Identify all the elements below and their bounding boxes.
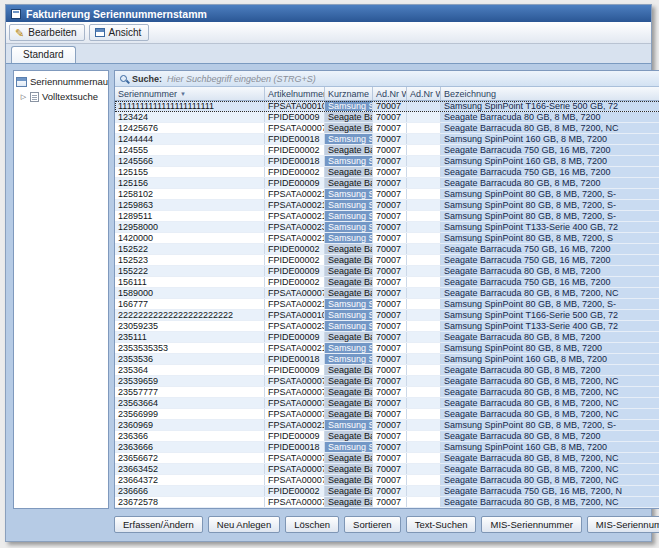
cell-kurzname[interactable]: Seagate Ba [325,365,373,375]
cell-seriennummer[interactable]: 12425676 [115,123,265,133]
cell-kurzname[interactable]: Seagate Ba [325,288,373,298]
cell-bezeichnung[interactable]: Samsung SpinPoint T133-Serie 400 GB, 72 [441,222,659,232]
column-header-kurzname[interactable]: Kurzname [325,87,373,101]
cell-adnr-wa[interactable] [407,134,441,144]
cell-bezeichnung[interactable]: Samsung SpinPoint 160 GB, 8 MB, 7200 [441,354,659,364]
cell-adnr-we[interactable]: 70007 [373,101,407,111]
cell-adnr-wa[interactable] [407,332,441,342]
cell-artikelnummer[interactable]: FPSATA00007 [265,398,325,408]
table-row[interactable]: 1245566FPIDE00018Samsung Sp70007Samsung … [115,156,659,167]
table-row[interactable]: 236666FPIDE00002Seagate Ba70007Seagate B… [115,486,659,497]
cell-artikelnummer[interactable]: FPSATA00007 [265,453,325,463]
cell-seriennummer[interactable]: 2360969 [115,420,265,430]
cell-bezeichnung[interactable]: Seagate Barracuda 80 GB, 8 MB, 7200, NC [441,376,659,386]
table-row[interactable]: 1244444FPIDE00018Samsung Sp70007Samsung … [115,134,659,145]
cell-bezeichnung[interactable]: Samsung SpinPoint 80 GB, 8 MB, 7200, S- [441,299,659,309]
cell-artikelnummer[interactable]: FPSATA00010 [265,310,325,320]
cell-adnr-wa[interactable] [407,464,441,474]
cell-bezeichnung[interactable]: Seagate Barracuda 80 GB, 8 MB, 7200 [441,365,659,375]
cell-adnr-wa[interactable] [407,453,441,463]
ansicht-button[interactable]: Ansicht [89,24,150,41]
cell-adnr-wa[interactable] [407,244,441,254]
cell-kurzname[interactable]: Samsung Sp [325,211,373,221]
table-row[interactable]: 23656672FPSATA00007Seagate Ba70007Seagat… [115,453,659,464]
cell-bezeichnung[interactable]: Samsung SpinPoint 80 GB, 8 MB, 7200, S- [441,211,659,221]
cell-adnr-we[interactable]: 70007 [373,442,407,452]
cell-adnr-wa[interactable] [407,431,441,441]
cell-adnr-we[interactable]: 70007 [373,222,407,232]
cell-kurzname[interactable]: Seagate Ba [325,464,373,474]
tab-standard[interactable]: Standard [11,46,76,63]
table-row[interactable]: 152522FPIDE00002Seagate Ba70007Seagate B… [115,244,659,255]
cell-bezeichnung[interactable]: Seagate Barracuda 750 GB, 16 MB, 7200 [441,167,659,177]
cell-bezeichnung[interactable]: Seagate Barracuda 750 GB, 16 MB, 7200 [441,244,659,254]
cell-bezeichnung[interactable]: Samsung SpinPoint 80 GB, 8 MB, 7200, S- [441,200,659,210]
cell-bezeichnung[interactable]: Seagate Barracuda 80 GB, 8 MB, 7200, NC [441,497,659,507]
table-row[interactable]: 166777FPSATA00021Samsung Sp70007Samsung … [115,299,659,310]
table-row[interactable]: 23663452FPSATA00007Seagate Ba70007Seagat… [115,464,659,475]
cell-bezeichnung[interactable]: Samsung SpinPoint 160 GB, 8 MB, 7200 [441,156,659,166]
table-row[interactable]: 235111FPIDE00009Seagate Ba70007Seagate B… [115,332,659,343]
cell-kurzname[interactable]: Seagate Ba [325,112,373,122]
cell-artikelnummer[interactable]: FPIDE00009 [265,266,325,276]
cell-bezeichnung[interactable]: Seagate Barracuda 80 GB, 8 MB, 7200, NC [441,409,659,419]
cell-adnr-we[interactable]: 70007 [373,464,407,474]
cell-kurzname[interactable]: Seagate Ba [325,398,373,408]
cell-adnr-wa[interactable] [407,178,441,188]
cell-artikelnummer[interactable]: FPIDE00009 [265,178,325,188]
cell-bezeichnung[interactable]: Seagate Barracuda 80 GB, 8 MB, 7200 [441,178,659,188]
cell-artikelnummer[interactable]: FPSATA00021 [265,211,325,221]
table-row[interactable]: 23664372FPSATA00007Seagate Ba70007Seagat… [115,475,659,486]
cell-adnr-wa[interactable] [407,211,441,221]
cell-kurzname[interactable]: Samsung Sp [325,420,373,430]
cell-bezeichnung[interactable]: Samsung SpinPoint 80 GB, 8 MB, 7200 [441,343,659,353]
cell-seriennummer[interactable]: 12958000 [115,222,265,232]
cell-seriennummer[interactable]: 1111111111111111111111 [115,101,265,111]
cell-adnr-wa[interactable] [407,398,441,408]
cell-adnr-wa[interactable] [407,145,441,155]
cell-seriennummer[interactable]: 156111 [115,277,265,287]
cell-kurzname[interactable]: Seagate Ba [325,376,373,386]
table-row[interactable]: 1420000FPSATA00021Samsung Sp70007Samsung… [115,233,659,244]
table-row[interactable]: 2353535353FPSATA00021Samsung Sp70007Sams… [115,343,659,354]
cell-artikelnummer[interactable]: FPSATA00007 [265,409,325,419]
cell-adnr-wa[interactable] [407,442,441,452]
neu-anlegen-button[interactable]: Neu Anlegen [208,516,280,533]
cell-adnr-wa[interactable] [407,321,441,331]
cell-adnr-wa[interactable] [407,475,441,485]
cell-bezeichnung[interactable]: Samsung SpinPoint 80 GB, 8 MB, 7200, S- [441,420,659,430]
table-row[interactable]: 123424FPIDE00009Seagate Ba70007Seagate B… [115,112,659,123]
cell-artikelnummer[interactable]: FPIDE00009 [265,112,325,122]
cell-kurzname[interactable]: Seagate Ba [325,475,373,485]
tree-item-volltextsuche[interactable]: ▷ Volltextsuche [20,89,106,104]
cell-artikelnummer[interactable]: FPSATA00021 [265,189,325,199]
table-row[interactable]: 1289511FPSATA00021Samsung Sp70007Samsung… [115,211,659,222]
cell-adnr-wa[interactable] [407,310,441,320]
cell-seriennummer[interactable]: 125155 [115,167,265,177]
cell-kurzname[interactable]: Samsung Sp [325,354,373,364]
cell-bezeichnung[interactable]: Seagate Barracuda 750 GB, 16 MB, 7200 [441,145,659,155]
cell-seriennummer[interactable]: 1244444 [115,134,265,144]
cell-adnr-we[interactable]: 70007 [373,112,407,122]
cell-adnr-we[interactable]: 70007 [373,376,407,386]
cell-seriennummer[interactable]: 124555 [115,145,265,155]
cell-artikelnummer[interactable]: FPSATA00007 [265,497,325,507]
table-row[interactable]: 2360969FPSATA00021Samsung Sp70007Samsung… [115,420,659,431]
cell-seriennummer[interactable]: 1259863 [115,200,265,210]
cell-seriennummer[interactable]: 23557777 [115,387,265,397]
cell-kurzname[interactable]: Seagate Ba [325,387,373,397]
cell-adnr-we[interactable]: 70007 [373,354,407,364]
cell-adnr-wa[interactable] [407,123,441,133]
cell-adnr-wa[interactable] [407,409,441,419]
cell-bezeichnung[interactable]: Samsung SpinPoint 80 GB, 8 MB, 7200, S [441,233,659,243]
cell-kurzname[interactable]: Seagate Ba [325,244,373,254]
cell-kurzname[interactable]: Seagate Ba [325,145,373,155]
table-row[interactable]: 23566999FPSATA00007Seagate Ba70007Seagat… [115,409,659,420]
cell-bezeichnung[interactable]: Seagate Barracuda 80 GB, 8 MB, 7200, NC [441,123,659,133]
cell-bezeichnung[interactable]: Samsung SpinPoint 160 GB, 8 MB, 7200 [441,442,659,452]
cell-adnr-we[interactable]: 70007 [373,211,407,221]
cell-seriennummer[interactable]: 155222 [115,266,265,276]
cell-adnr-we[interactable]: 70007 [373,145,407,155]
table-row[interactable]: 23539659FPSATA00007Seagate Ba70007Seagat… [115,376,659,387]
column-header-seriennummer[interactable]: Seriennummer ▼ [115,87,265,101]
